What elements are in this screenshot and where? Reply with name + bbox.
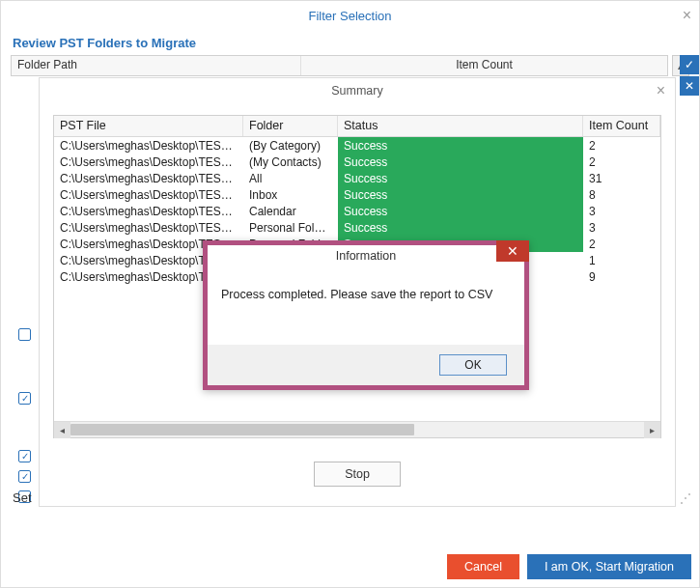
cell-file: C:\Users\meghas\Desktop\TESTPST … bbox=[54, 139, 243, 153]
empty-row bbox=[54, 400, 660, 416]
information-title: Information bbox=[336, 249, 397, 263]
rail-checkbox[interactable] bbox=[18, 328, 31, 341]
cell-status: Success bbox=[338, 186, 583, 203]
app-root: Filter Selection × Review PST Folders to… bbox=[0, 0, 700, 588]
summary-close-icon[interactable]: × bbox=[657, 82, 665, 99]
cell-count: 9 bbox=[583, 270, 660, 284]
cell-status: Success bbox=[338, 154, 583, 170]
table-row[interactable]: C:\Users\meghas\Desktop\TESTPST …Calenda… bbox=[54, 203, 660, 219]
grid-horizontal-scrollbar[interactable]: ◂ ▸ bbox=[54, 421, 660, 437]
status-badge: Success bbox=[338, 154, 583, 170]
start-migration-button[interactable]: I am OK, Start Migration bbox=[527, 554, 691, 579]
stop-button[interactable]: Stop bbox=[314, 462, 401, 487]
table-row[interactable]: C:\Users\meghas\Desktop\TESTPST …Persona… bbox=[54, 219, 660, 236]
col-header-status[interactable]: Status bbox=[338, 116, 583, 136]
window-title: Filter Selection bbox=[309, 9, 392, 23]
window-titlebar: Filter Selection × bbox=[1, 1, 699, 30]
folder-header-path[interactable]: Folder Path bbox=[12, 56, 301, 75]
cell-folder: (By Category) bbox=[243, 139, 338, 153]
cell-count: 3 bbox=[583, 205, 660, 218]
cell-status: Success bbox=[338, 203, 583, 219]
status-badge: Success bbox=[338, 219, 583, 236]
ok-button[interactable]: OK bbox=[439, 354, 507, 376]
information-titlebar: Information ✕ bbox=[208, 245, 524, 266]
summary-title: Summary bbox=[40, 78, 675, 103]
table-row[interactable]: C:\Users\meghas\Desktop\TESTPST …(By Cat… bbox=[54, 137, 660, 154]
cell-file: C:\Users\meghas\Desktop\TESTPST … bbox=[54, 155, 243, 169]
cell-status: Success bbox=[338, 137, 583, 154]
cell-count: 8 bbox=[583, 188, 660, 202]
resize-grip-icon[interactable]: ⋰ bbox=[680, 491, 689, 505]
col-header-pst-file[interactable]: PST File bbox=[54, 116, 243, 136]
side-action-icons: ✓ ✕ bbox=[680, 55, 699, 98]
rail-checkbox[interactable] bbox=[18, 450, 31, 462]
cell-folder: Calendar bbox=[243, 205, 338, 218]
table-row[interactable]: C:\Users\meghas\Desktop\TESTPST …(My Con… bbox=[54, 154, 660, 170]
scroll-left-arrow-icon[interactable]: ◂ bbox=[54, 422, 70, 438]
cell-file: C:\Users\meghas\Desktop\TESTPST … bbox=[54, 205, 243, 218]
cancel-button[interactable]: Cancel bbox=[447, 554, 519, 579]
cell-status: Success bbox=[338, 170, 583, 186]
select-all-icon[interactable]: ✓ bbox=[680, 55, 699, 74]
bottom-bar: Cancel I am OK, Start Migration bbox=[1, 546, 699, 587]
close-icon[interactable]: × bbox=[683, 7, 691, 24]
status-badge: Success bbox=[338, 170, 583, 186]
cell-count: 1 bbox=[583, 254, 660, 267]
scroll-track[interactable] bbox=[70, 422, 644, 438]
cell-folder: (My Contacts) bbox=[243, 155, 338, 169]
cell-folder: All bbox=[243, 172, 338, 185]
folder-headers: Folder Path Item Count bbox=[11, 55, 668, 76]
table-row[interactable]: C:\Users\meghas\Desktop\TESTPST …InboxSu… bbox=[54, 186, 660, 203]
information-close-button[interactable]: ✕ bbox=[496, 240, 529, 262]
cell-count: 2 bbox=[583, 139, 660, 153]
information-message: Process completed. Please save the repor… bbox=[208, 266, 524, 311]
set-label: Set bbox=[13, 490, 32, 505]
cell-status: Success bbox=[338, 219, 583, 236]
cell-count: 3 bbox=[583, 221, 660, 235]
col-header-item-count[interactable]: Item Count bbox=[583, 116, 660, 136]
cell-file: C:\Users\meghas\Desktop\TESTPST … bbox=[54, 188, 243, 202]
status-badge: Success bbox=[338, 203, 583, 219]
cell-file: C:\Users\meghas\Desktop\TESTPST … bbox=[54, 221, 243, 235]
section-heading: Review PST Folders to Migrate bbox=[1, 30, 699, 56]
col-header-folder[interactable]: Folder bbox=[243, 116, 338, 136]
folder-header-count[interactable]: Item Count bbox=[301, 56, 667, 75]
table-row[interactable]: C:\Users\meghas\Desktop\TESTPST …AllSucc… bbox=[54, 170, 660, 186]
information-footer: OK bbox=[208, 345, 524, 385]
cell-folder: Personal Folder… bbox=[243, 221, 338, 235]
status-badge: Success bbox=[338, 186, 583, 203]
summary-grid-header: PST File Folder Status Item Count bbox=[54, 116, 660, 137]
folder-header-strip: Folder Path Item Count ▲ bbox=[11, 55, 689, 76]
status-badge: Success bbox=[338, 137, 583, 154]
information-dialog: Information ✕ Process completed. Please … bbox=[203, 240, 529, 390]
scroll-right-arrow-icon[interactable]: ▸ bbox=[644, 422, 660, 438]
rail-checkbox[interactable] bbox=[18, 470, 31, 483]
cell-count: 2 bbox=[583, 238, 660, 251]
scroll-thumb[interactable] bbox=[70, 424, 414, 435]
cell-count: 31 bbox=[583, 172, 660, 185]
cell-count: 2 bbox=[583, 155, 660, 169]
cell-file: C:\Users\meghas\Desktop\TESTPST … bbox=[54, 172, 243, 185]
close-icon: ✕ bbox=[507, 243, 518, 259]
clear-all-icon[interactable]: ✕ bbox=[680, 76, 699, 96]
cell-folder: Inbox bbox=[243, 188, 338, 202]
rail-checkbox[interactable] bbox=[18, 392, 31, 405]
